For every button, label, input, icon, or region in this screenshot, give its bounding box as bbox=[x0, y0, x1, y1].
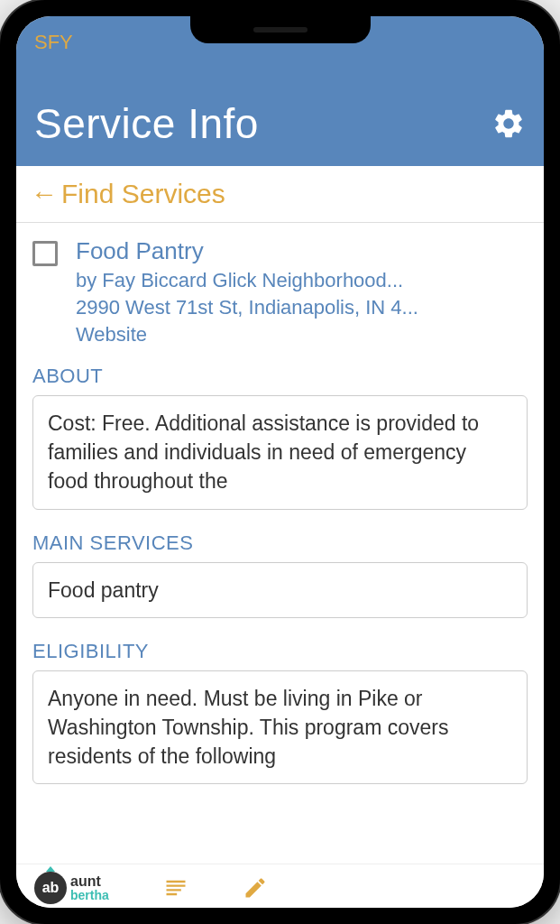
main-services-section: MAIN SERVICES Food pantry bbox=[32, 531, 528, 618]
logo-circle-icon: ab bbox=[34, 872, 67, 904]
phone-frame: SFY Service Info ← Find Services Food Pa… bbox=[0, 0, 560, 924]
about-text: Cost: Free. Additional assistance is pro… bbox=[32, 395, 528, 510]
phone-notch bbox=[190, 16, 371, 43]
logo-text-aunt: aunt bbox=[70, 874, 109, 889]
screen: SFY Service Info ← Find Services Food Pa… bbox=[16, 16, 544, 908]
back-arrow-icon: ← bbox=[31, 179, 58, 209]
service-title[interactable]: Food Pantry bbox=[76, 237, 528, 265]
gear-icon[interactable] bbox=[491, 106, 526, 141]
pencil-icon[interactable] bbox=[243, 875, 268, 901]
about-label: ABOUT bbox=[32, 365, 528, 388]
bottom-nav: ab aunt bertha bbox=[16, 864, 544, 908]
eligibility-label: ELIGIBILITY bbox=[32, 640, 528, 663]
service-header: Food Pantry by Fay Biccard Glick Neighbo… bbox=[32, 237, 528, 346]
service-address[interactable]: 2990 West 71st St, Indianapolis, IN 4... bbox=[76, 296, 528, 319]
eligibility-section: ELIGIBILITY Anyone in need. Must be livi… bbox=[32, 640, 528, 785]
main-services-label: MAIN SERVICES bbox=[32, 531, 528, 555]
page-title: Service Info bbox=[34, 99, 259, 148]
logo-text-bertha: bertha bbox=[70, 889, 109, 901]
main-services-text: Food pantry bbox=[32, 562, 528, 618]
website-link[interactable]: Website bbox=[76, 323, 528, 346]
list-icon[interactable] bbox=[163, 875, 188, 901]
back-button[interactable]: ← Find Services bbox=[16, 166, 544, 223]
service-provider[interactable]: by Fay Biccard Glick Neighborhood... bbox=[76, 269, 528, 292]
eligibility-text: Anyone in need. Must be living in Pike o… bbox=[32, 670, 528, 785]
service-checkbox[interactable] bbox=[32, 241, 58, 266]
back-label: Find Services bbox=[61, 179, 225, 209]
aunt-bertha-logo[interactable]: ab aunt bertha bbox=[34, 872, 109, 904]
about-section: ABOUT Cost: Free. Additional assistance … bbox=[32, 365, 528, 510]
content-area: Food Pantry by Fay Biccard Glick Neighbo… bbox=[16, 223, 544, 864]
